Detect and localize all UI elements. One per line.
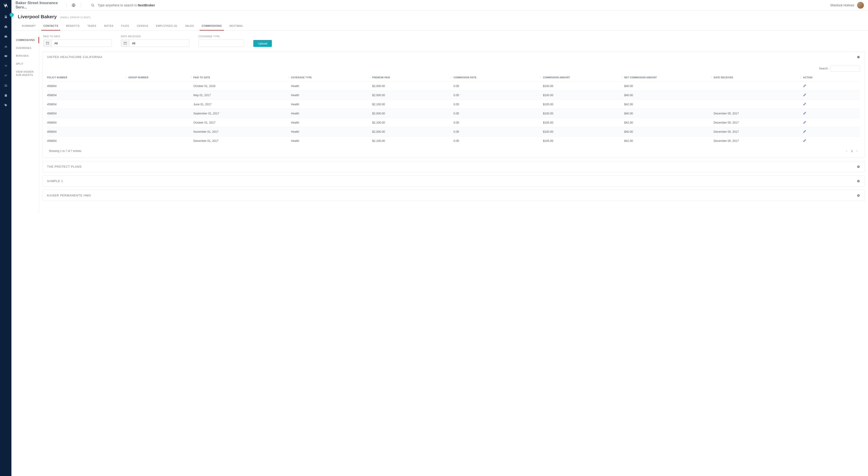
date-received-input[interactable]: [129, 40, 189, 46]
globe-icon[interactable]: [71, 3, 75, 7]
tab-tasks[interactable]: TASKS: [84, 22, 100, 30]
coverage-type-input-group[interactable]: [198, 39, 244, 47]
sidemenu-view-hidden-sub-agents[interactable]: VIEW HIDDEN SUB-AGENTS: [16, 68, 39, 79]
cell-group: [128, 91, 193, 100]
tab-sales[interactable]: SALES: [181, 22, 198, 30]
edit-icon[interactable]: [803, 139, 806, 142]
coverage-type-input[interactable]: [199, 40, 244, 46]
rail-lock-icon[interactable]: [0, 12, 11, 22]
cell-action: [803, 118, 860, 127]
col-commission-amount[interactable]: COMMISSION AMOUNT: [543, 74, 624, 82]
cell-action: [803, 109, 860, 118]
sidemenu-bonuses[interactable]: BONUSES: [16, 52, 39, 60]
tab-files[interactable]: FILES: [117, 22, 133, 30]
panel-the-protect-plans: THE PROTECT PLANS: [42, 161, 865, 172]
cell-commission: $100.00: [543, 127, 624, 136]
sort-icon: [621, 76, 623, 79]
panel-header[interactable]: THE PROTECT PLANS: [42, 161, 865, 172]
sidemenu-split[interactable]: SPLIT: [16, 60, 39, 68]
rail-users-icon[interactable]: [0, 81, 11, 90]
col-premium-paid[interactable]: PREMIUM PAID: [372, 74, 454, 82]
col-coverage-type[interactable]: COVERAGE TYPE: [291, 74, 372, 82]
col-group-number[interactable]: GROUP NUMBER: [128, 74, 193, 82]
edit-icon[interactable]: [803, 130, 806, 133]
edit-icon[interactable]: [803, 84, 806, 87]
avatar[interactable]: [857, 2, 864, 9]
cell-paid-date: November 01, 2017: [193, 127, 291, 136]
rail-clipboard-icon[interactable]: [0, 90, 11, 100]
tab-nextmail[interactable]: NEXTMAIL: [226, 22, 247, 30]
next-page-button[interactable]: [856, 150, 858, 152]
sort-icon: [190, 76, 192, 79]
rail-home-icon[interactable]: [0, 22, 11, 32]
expand-rail-button[interactable]: [9, 13, 14, 17]
cell-commission: $105.00: [543, 118, 624, 127]
cell-received: December 05, 2017: [714, 136, 803, 146]
paid-to-date-input-group[interactable]: [43, 39, 112, 47]
cell-paid-date: June 01, 2017: [193, 100, 291, 109]
sidemenu-commissions[interactable]: COMMISSIONS: [16, 36, 39, 44]
brand-name: Baker Street Insurance Serv...: [16, 1, 61, 9]
cell-policy: 456654: [47, 109, 128, 118]
rail-tag-icon[interactable]: [0, 100, 11, 110]
sidemenu-overrides[interactable]: OVERRIDES: [16, 44, 39, 52]
tab-census[interactable]: CENSUS: [133, 22, 152, 30]
col-commission-rate[interactable]: COMMISSION RATE: [454, 74, 543, 82]
cell-coverage: Health: [291, 82, 372, 91]
cell-rate: 0.05: [454, 91, 543, 100]
rail-envelope-icon[interactable]: [0, 51, 11, 61]
tab-contacts[interactable]: CONTACTS: [39, 22, 62, 30]
rail-briefcase-icon[interactable]: [0, 32, 11, 41]
tab-employees-0-[interactable]: EMPLOYEES (0): [152, 22, 181, 30]
top-bar: Baker Street Insurance Serv... Type anyw…: [11, 0, 868, 11]
panel-header[interactable]: UNITED HEALTHCARE CALIFORNIA: [42, 52, 865, 62]
col-action[interactable]: ACTION: [803, 74, 860, 82]
table-row: 456654December 01, 2017Health$2,100.000.…: [47, 136, 860, 146]
pager: 1: [846, 149, 858, 153]
edit-icon[interactable]: [803, 102, 806, 105]
cell-received: [714, 100, 803, 109]
panel-header[interactable]: KAISER PERMANENTE HMO: [42, 190, 865, 201]
paid-to-date-input[interactable]: [52, 40, 112, 46]
upload-button[interactable]: Upload: [253, 40, 272, 47]
table-search-input[interactable]: [830, 66, 860, 71]
col-policy-number[interactable]: POLICY NUMBER: [47, 74, 128, 82]
prev-page-button[interactable]: [846, 150, 848, 152]
cell-premium: $2,100.00: [372, 136, 454, 146]
cell-commission: $100.00: [543, 82, 624, 91]
rail-lines-icon[interactable]: [0, 71, 11, 81]
panel-title: THE PROTECT PLANS: [47, 165, 82, 168]
cell-received: December 05, 2017: [714, 109, 803, 118]
rail-chart-icon[interactable]: [0, 41, 11, 51]
edit-icon[interactable]: [803, 112, 806, 115]
col-paid-to-date[interactable]: PAID TO DATE: [193, 74, 291, 82]
user-menu[interactable]: Sherlock Holmes: [830, 2, 864, 9]
col-date-received[interactable]: DATE RECEIVED: [714, 74, 803, 82]
cell-commission: $105.00: [543, 100, 624, 109]
tab-benefits[interactable]: BENEFITS: [62, 22, 83, 30]
edit-icon[interactable]: [803, 121, 806, 124]
filter-coverage-type: COVERAGE TYPE: [198, 35, 244, 47]
panel-united-healthcare-california: UNITED HEALTHCARE CALIFORNIASearch:POLIC…: [42, 52, 865, 158]
rail-list-icon[interactable]: [0, 61, 11, 71]
edit-icon[interactable]: [803, 93, 806, 96]
date-received-input-group[interactable]: [121, 39, 189, 47]
client-header: Liverpool Bakery (SMALL GROUP CLIENT): [11, 11, 868, 22]
panel-header[interactable]: SAMPLE 1: [42, 176, 865, 186]
commissions-table: POLICY NUMBERGROUP NUMBERPAID TO DATECOV…: [47, 74, 860, 145]
app-logo[interactable]: [2, 2, 9, 9]
search-area[interactable]: Type anywhere to search in NextBroker: [91, 3, 830, 7]
tab-notes[interactable]: NOTES: [100, 22, 117, 30]
cell-commission: $100.00: [543, 109, 624, 118]
panel-title: KAISER PERMANENTE HMO: [47, 194, 91, 197]
table-row: 456654June 01, 2017Health$2,100.000.05$1…: [47, 100, 860, 109]
table-info: Showing 1 to 7 of 7 entries: [49, 149, 81, 153]
main-content: PAID TO DATE DATE RECEIVED COVERAGE TYPE: [39, 31, 868, 213]
tab-summary[interactable]: SUMMARY: [18, 22, 39, 30]
cell-commission: $105.00: [543, 136, 624, 146]
tab-commissions[interactable]: COMMISSIONS: [198, 22, 225, 30]
cell-policy: 456654: [47, 118, 128, 127]
col-net-commission-amount[interactable]: NET COMMISSION AMOUNT: [624, 74, 714, 82]
sort-icon: [369, 76, 371, 79]
chart-icon: [4, 44, 7, 48]
